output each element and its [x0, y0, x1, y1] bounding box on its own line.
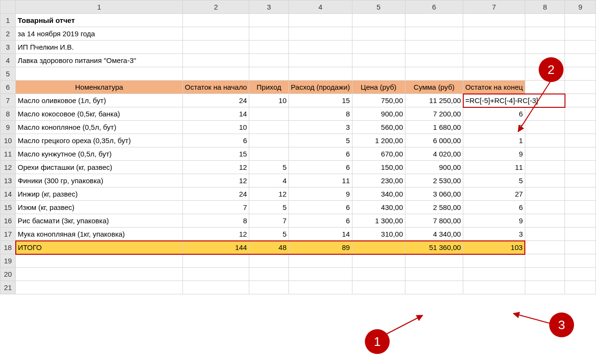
cell-value[interactable]: 12 [183, 228, 249, 241]
col-header-9[interactable]: 9 [565, 0, 596, 14]
cell[interactable] [565, 201, 596, 214]
row-header-3[interactable]: 3 [0, 41, 16, 54]
cell-value[interactable]: 6 [289, 161, 352, 174]
cell[interactable] [463, 54, 525, 67]
cell-value[interactable]: 670,00 [352, 147, 405, 161]
cell-value[interactable]: 14 [183, 107, 249, 121]
cell-value[interactable]: 5 [249, 201, 289, 214]
item-name[interactable]: Рис басмати (3кг, упаковка) [16, 214, 183, 228]
cell-value[interactable]: 560,00 [352, 121, 405, 134]
table-header[interactable]: Остаток на конец [463, 81, 525, 94]
cell[interactable] [525, 254, 564, 268]
cell-value[interactable]: 2 580,00 [405, 201, 463, 214]
cell[interactable] [525, 214, 564, 228]
cell-value[interactable]: 3 [289, 121, 352, 134]
row-header-21[interactable]: 21 [0, 281, 16, 294]
cell[interactable] [525, 201, 564, 214]
cell[interactable] [565, 81, 596, 94]
cell[interactable] [525, 121, 564, 134]
cell[interactable] [525, 281, 564, 294]
row-header-14[interactable]: 14 [0, 187, 16, 201]
table-header[interactable]: Расход (продажи) [289, 81, 352, 94]
cell[interactable] [352, 67, 405, 81]
row-header-4[interactable]: 4 [0, 54, 16, 67]
cell-value[interactable]: 9 [463, 147, 525, 161]
cell[interactable] [289, 14, 352, 27]
row-header-1[interactable]: 1 [0, 14, 16, 27]
cell[interactable] [565, 228, 596, 241]
cell-value[interactable]: 8 [289, 107, 352, 121]
cell[interactable] [183, 14, 249, 27]
cell-value[interactable]: 7 [249, 214, 289, 228]
report-subtitle[interactable]: за 14 ноября 2019 года [16, 27, 183, 41]
cell[interactable] [565, 254, 596, 268]
col-header-5[interactable]: 5 [352, 0, 405, 14]
table-header[interactable]: Сумма (руб) [405, 81, 463, 94]
cell-value[interactable]: 430,00 [352, 201, 405, 214]
cell[interactable] [463, 14, 525, 27]
cell[interactable] [463, 268, 525, 281]
cell[interactable] [183, 54, 249, 67]
item-name[interactable]: Масло кунжутное (0,5л, бут) [16, 147, 183, 161]
cell-value[interactable]: 9 [289, 187, 352, 201]
cell[interactable] [249, 281, 289, 294]
cell-value[interactable] [249, 134, 289, 147]
cell[interactable] [565, 214, 596, 228]
cell[interactable] [183, 27, 249, 41]
total-value[interactable]: 144 [183, 241, 249, 254]
item-name[interactable]: Масло оливковое (1л, бут) [16, 94, 183, 107]
row-header-19[interactable]: 19 [0, 254, 16, 268]
cell-value[interactable]: 9 [463, 214, 525, 228]
cell[interactable] [249, 268, 289, 281]
cell[interactable] [565, 54, 596, 67]
col-header-6[interactable]: 6 [405, 0, 463, 14]
cell[interactable] [405, 67, 463, 81]
cell-value[interactable]: 310,00 [352, 228, 405, 241]
cell[interactable] [249, 67, 289, 81]
table-header[interactable]: Номенклатура [16, 81, 183, 94]
cell-value[interactable] [249, 121, 289, 134]
cell[interactable] [183, 281, 249, 294]
row-header-13[interactable]: 13 [0, 174, 16, 187]
cell-value[interactable]: 5 [289, 134, 352, 147]
cell[interactable] [352, 54, 405, 67]
cell[interactable] [289, 254, 352, 268]
cell[interactable] [565, 281, 596, 294]
cell-value[interactable]: 7 800,00 [405, 214, 463, 228]
item-name[interactable]: Инжир (кг, развес) [16, 187, 183, 201]
cell-value[interactable]: 8 [183, 214, 249, 228]
cell[interactable] [525, 161, 564, 174]
row-header-2[interactable]: 2 [0, 27, 16, 41]
cell[interactable] [525, 41, 564, 54]
cell[interactable] [525, 14, 564, 27]
cell-value[interactable]: 6 [183, 134, 249, 147]
cell[interactable] [405, 268, 463, 281]
cell-value[interactable]: 150,00 [352, 161, 405, 174]
cell-value[interactable]: 1 200,00 [352, 134, 405, 147]
table-header[interactable]: Цена (руб) [352, 81, 405, 94]
cell[interactable] [565, 67, 596, 81]
cell[interactable] [289, 281, 352, 294]
total-value[interactable]: 51 360,00 [405, 241, 463, 254]
cell[interactable] [249, 54, 289, 67]
cell-value[interactable]: 12 [183, 174, 249, 187]
total-value[interactable]: 48 [249, 241, 289, 254]
cell-value[interactable] [249, 147, 289, 161]
cell-value[interactable]: 12 [249, 187, 289, 201]
cell-value[interactable]: 5 [463, 174, 525, 187]
cell-value[interactable]: 900,00 [352, 107, 405, 121]
cell[interactable] [352, 27, 405, 41]
cell[interactable] [525, 134, 564, 147]
col-header-7[interactable]: 7 [463, 0, 525, 14]
report-subtitle[interactable]: ИП Пчелкин И.В. [16, 41, 183, 54]
cell[interactable] [352, 268, 405, 281]
cell[interactable] [565, 241, 596, 254]
cell[interactable] [183, 254, 249, 268]
cell[interactable] [565, 121, 596, 134]
item-name[interactable]: Финики (300 гр, упаковка) [16, 174, 183, 187]
cell[interactable] [289, 268, 352, 281]
item-name[interactable]: Орехи фисташки (кг, развес) [16, 161, 183, 174]
corner-cell[interactable] [0, 0, 16, 14]
cell-value[interactable]: 27 [463, 187, 525, 201]
cell[interactable] [565, 174, 596, 187]
